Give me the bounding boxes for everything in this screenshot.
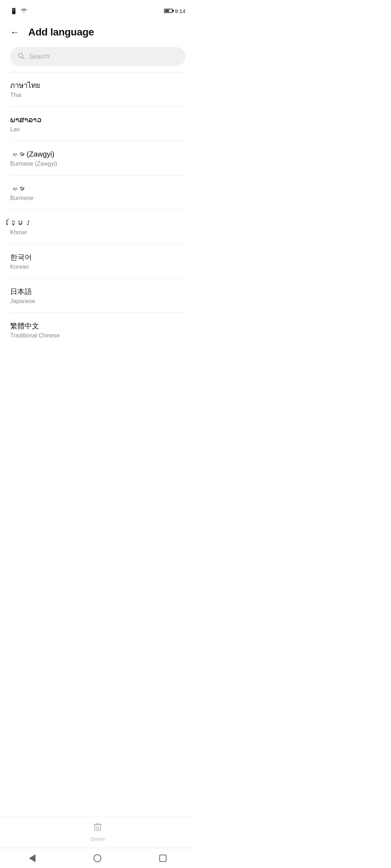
lang-english: Lao <box>10 126 185 133</box>
status-bar: 📱 9:14 <box>0 0 196 19</box>
language-item[interactable]: 한국어Korean <box>10 244 185 278</box>
status-left: 📱 <box>10 7 28 14</box>
sim-icon: 📱 <box>10 8 17 14</box>
lang-native: ဗမာ <box>10 183 185 193</box>
language-item[interactable]: ဗမာ (Zawgyi)Burmese (Zawgyi) <box>10 141 185 175</box>
svg-line-1 <box>22 57 24 59</box>
lang-english: Thai <box>10 92 185 98</box>
lang-english: Korean <box>10 264 185 270</box>
battery-level <box>165 10 169 12</box>
status-icons: 📱 <box>10 7 28 14</box>
page-header: ← Add language <box>0 19 196 47</box>
battery-icon <box>164 9 173 13</box>
language-item[interactable]: ဗမာBurmese <box>10 175 185 210</box>
search-bar[interactable] <box>10 47 185 66</box>
language-item[interactable]: ภาษาไทยThai <box>10 72 185 107</box>
lang-english: Khmer <box>10 229 185 236</box>
lang-native: ខ្មែរ <box>10 218 185 228</box>
battery-indicator <box>164 9 173 13</box>
page-title: Add language <box>28 26 94 38</box>
back-button[interactable]: ← <box>7 26 22 38</box>
lang-native: 한국어 <box>10 252 185 262</box>
language-list: ภาษาไทยThaiພາສາລາວLaoဗမာ (Zawgyi)Burmese… <box>0 72 196 347</box>
clock: 9:14 <box>175 8 185 14</box>
language-item[interactable]: 繁體中文Traditional Chinese <box>10 313 185 347</box>
lang-english: Burmese (Zawgyi) <box>10 161 185 167</box>
lang-english: Traditional Chinese <box>10 332 185 339</box>
lang-native: 繁體中文 <box>10 321 185 331</box>
lang-english: Japanese <box>10 298 185 305</box>
lang-native: ဗမာ (Zawgyi) <box>10 149 185 159</box>
wifi-icon <box>20 7 28 14</box>
lang-native: ภาษาไทย <box>10 80 185 90</box>
search-container <box>0 47 196 72</box>
language-item[interactable]: 日本語Japanese <box>10 278 185 313</box>
lang-native: 日本語 <box>10 286 185 297</box>
lang-native: ພາສາລາວ <box>10 115 185 125</box>
search-input[interactable] <box>29 53 178 60</box>
language-item[interactable]: ខ្មែរKhmer <box>10 210 185 244</box>
language-item[interactable]: ພາສາລາວLao <box>10 107 185 141</box>
lang-english: Burmese <box>10 195 185 201</box>
search-icon <box>17 52 25 61</box>
status-right: 9:14 <box>164 8 185 14</box>
